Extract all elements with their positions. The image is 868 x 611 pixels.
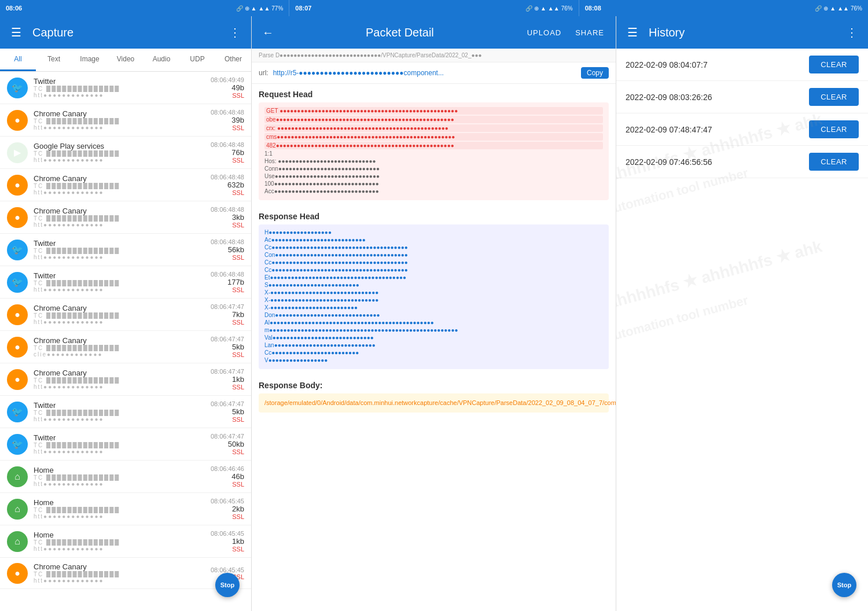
list-item[interactable]: ⌂ Home TC ██████████████ htt●●●●●●●●●●●●… bbox=[0, 525, 251, 558]
back-icon[interactable]: ← bbox=[259, 23, 277, 42]
clear-button[interactable]: CLEAR bbox=[809, 88, 859, 106]
list-item[interactable]: ● Chrome Canary TC ██████████████ htt●●●… bbox=[0, 104, 251, 137]
protocol: TC ██████████████ bbox=[34, 377, 149, 384]
url: htt●●●●●●●●●●●●● bbox=[34, 319, 149, 325]
list-item[interactable]: ● Chrome Canary TC ██████████████ htt●●●… bbox=[0, 363, 251, 396]
packet-time: 08:06:48:48 bbox=[211, 141, 244, 148]
app-icon: ▶ bbox=[7, 142, 28, 163]
app-icon: ⌂ bbox=[7, 531, 28, 552]
url: htt●●●●●●●●●●●●● bbox=[34, 222, 149, 228]
time-middle: 08:07 bbox=[295, 5, 311, 12]
history-list: 2022-02-09 08:04:07:7 CLEAR 2022-02-09 0… bbox=[616, 49, 868, 611]
status-bar-left: 08:06 🔗 ⊕ ▲ ▲▲ 77% bbox=[0, 0, 289, 16]
status-bar-middle: 08:07 🔗 ⊕ ▲ ▲▲ 76% bbox=[289, 0, 579, 16]
packet-label: SSL bbox=[211, 351, 244, 358]
packet-label: SSL bbox=[211, 124, 244, 131]
tab-udp[interactable]: UDP bbox=[179, 49, 215, 71]
protocol: TC ██████████████ bbox=[34, 410, 149, 416]
protocol: TC ██████████████ bbox=[34, 118, 149, 124]
protocol: TC ██████████████ bbox=[34, 442, 149, 448]
list-item[interactable]: ▶ Google Play services TC ██████████████… bbox=[0, 137, 251, 169]
packet-meta: 08:06:47:47 7kb SSL bbox=[211, 303, 244, 326]
signal-icon-m: ▲▲ bbox=[548, 5, 560, 12]
response-line: Don●●●●●●●●●●●●●●●●●●●●●●●●●●●●●● bbox=[264, 312, 603, 318]
more-icon-right[interactable]: ⋮ bbox=[843, 23, 861, 42]
response-line: H●●●●●●●●●●●●●●●●●● bbox=[264, 229, 603, 235]
packet-meta: 08:06:48:48 177b SSL bbox=[211, 271, 244, 293]
url: clie●●●●●●●●●●●● bbox=[34, 351, 149, 358]
capture-title: Capture bbox=[32, 26, 219, 39]
menu-icon-right[interactable]: ☰ bbox=[623, 23, 642, 42]
packet-meta: 08:06:47:47 5kb SSL bbox=[211, 400, 244, 423]
list-item[interactable]: ⌂ Home TC ██████████████ htt●●●●●●●●●●●●… bbox=[0, 493, 251, 525]
response-body-title: Response Body: bbox=[252, 375, 616, 393]
packet-size: 2kb bbox=[211, 505, 244, 513]
packet-time: 08:06:48:48 bbox=[211, 271, 244, 278]
packet-meta: 08:06:48:48 56kb SSL bbox=[211, 238, 244, 261]
list-item[interactable]: ● Chrome Canary TC ██████████████ htt●●●… bbox=[0, 558, 251, 589]
menu-icon[interactable]: ☰ bbox=[7, 23, 25, 42]
battery-right: 76% bbox=[851, 5, 862, 12]
clear-button[interactable]: CLEAR bbox=[809, 120, 859, 138]
share-button[interactable]: SHARE bbox=[571, 26, 609, 39]
tab-audio[interactable]: Audio bbox=[144, 49, 179, 71]
packet-time: 08:06:46:46 bbox=[211, 465, 244, 472]
list-item[interactable]: 🐦 Twitter TC ██████████████ htt●●●●●●●●●… bbox=[0, 396, 251, 428]
app-icon: 🐦 bbox=[7, 272, 28, 293]
packet-info: Chrome Canary TC ██████████████ htt●●●●●… bbox=[34, 109, 205, 131]
packet-time: 08:06:47:47 bbox=[211, 433, 244, 440]
packet-meta: 08:06:48:48 632b SSL bbox=[211, 174, 244, 196]
packet-info: Home TC ██████████████ htt●●●●●●●●●●●●● bbox=[34, 498, 205, 520]
list-item[interactable]: ● Chrome Canary TC ██████████████ htt●●●… bbox=[0, 201, 251, 234]
packet-info: Twitter TC ██████████████ htt●●●●●●●●●●●… bbox=[34, 77, 205, 98]
stop-button-left[interactable]: Stop bbox=[215, 573, 240, 597]
packet-size: 50kb bbox=[211, 440, 244, 448]
list-item[interactable]: 🐦 Twitter TC ██████████████ htt●●●●●●●●●… bbox=[0, 234, 251, 266]
list-item[interactable]: ● Chrome Canary TC ██████████████ htt●●●… bbox=[0, 169, 251, 201]
signal-icon: ▲▲ bbox=[259, 5, 270, 12]
clear-button[interactable]: CLEAR bbox=[809, 56, 859, 73]
history-item: 2022-02-09 08:04:07:7 CLEAR bbox=[616, 49, 868, 81]
packet-meta: 08:06:48:48 3kb SSL bbox=[211, 206, 244, 229]
packet-detail-panel: ← Packet Detail UPLOAD SHARE Parse D●●●●… bbox=[252, 16, 616, 611]
clear-button[interactable]: CLEAR bbox=[809, 153, 859, 171]
response-line: Al●●●●●●●●●●●●●●●●●●●●●●●●●●●●●●●●●●●●●●… bbox=[264, 319, 603, 326]
packet-label: SSL bbox=[211, 384, 244, 391]
packet-label: SSL bbox=[211, 157, 244, 164]
tab-other[interactable]: Other bbox=[215, 49, 251, 71]
block-icon-r: ⊕ bbox=[823, 5, 828, 12]
upload-button[interactable]: UPLOAD bbox=[523, 26, 566, 39]
tab-all[interactable]: All bbox=[0, 49, 36, 71]
copy-button[interactable]: Copy bbox=[581, 67, 609, 79]
icons-right: 🔗 ⊕ ▲ ▲▲ 76% bbox=[815, 5, 862, 12]
list-item[interactable]: ⌂ Home TC ██████████████ htt●●●●●●●●●●●●… bbox=[0, 461, 251, 493]
signal-icon-r: ▲▲ bbox=[837, 5, 849, 12]
packet-size: 56kb bbox=[211, 245, 244, 254]
packet-time: 08:06:48:48 bbox=[211, 206, 244, 213]
url: htt●●●●●●●●●●●●● bbox=[34, 416, 149, 422]
tab-text[interactable]: Text bbox=[36, 49, 72, 71]
stop-button[interactable]: Stop bbox=[832, 573, 856, 597]
tab-image[interactable]: Image bbox=[72, 49, 108, 71]
packet-list[interactable]: 🐦 Twitter TC ██████████████ htt●●●●●●●●●… bbox=[0, 72, 251, 611]
packet-info: Chrome Canary TC ██████████████ htt●●●●●… bbox=[34, 369, 205, 390]
more-icon-left[interactable]: ⋮ bbox=[226, 23, 244, 42]
app-name: Twitter bbox=[34, 433, 205, 442]
packet-label: SSL bbox=[211, 254, 244, 261]
packet-label: SSL bbox=[211, 92, 244, 99]
list-item[interactable]: ● Chrome Canary TC ██████████████ clie●●… bbox=[0, 331, 251, 363]
packet-meta: 08:06:48:48 39b SSL bbox=[211, 109, 244, 131]
tab-video[interactable]: Video bbox=[108, 49, 144, 71]
response-body: /storage/emulated/0/Android/data/com.min… bbox=[259, 393, 609, 413]
response-line: Cc●●●●●●●●●●●●●●●●●●●●●●●●● bbox=[264, 349, 603, 356]
list-item[interactable]: ● Chrome Canary TC ██████████████ htt●●●… bbox=[0, 299, 251, 331]
packet-size: 76b bbox=[211, 148, 244, 157]
packet-detail-toolbar: ← Packet Detail UPLOAD SHARE bbox=[252, 16, 616, 49]
list-item[interactable]: 🐦 Twitter TC ██████████████ htt●●●●●●●●●… bbox=[0, 72, 251, 104]
packet-time: 08:06:48:48 bbox=[211, 174, 244, 181]
list-item[interactable]: 🐦 Twitter TC ██████████████ htt●●●●●●●●●… bbox=[0, 428, 251, 461]
app-name: Twitter bbox=[34, 401, 205, 410]
app-name: Chrome Canary bbox=[34, 207, 205, 215]
packet-size: 177b bbox=[211, 278, 244, 286]
list-item[interactable]: 🐦 Twitter TC ██████████████ htt●●●●●●●●●… bbox=[0, 266, 251, 299]
